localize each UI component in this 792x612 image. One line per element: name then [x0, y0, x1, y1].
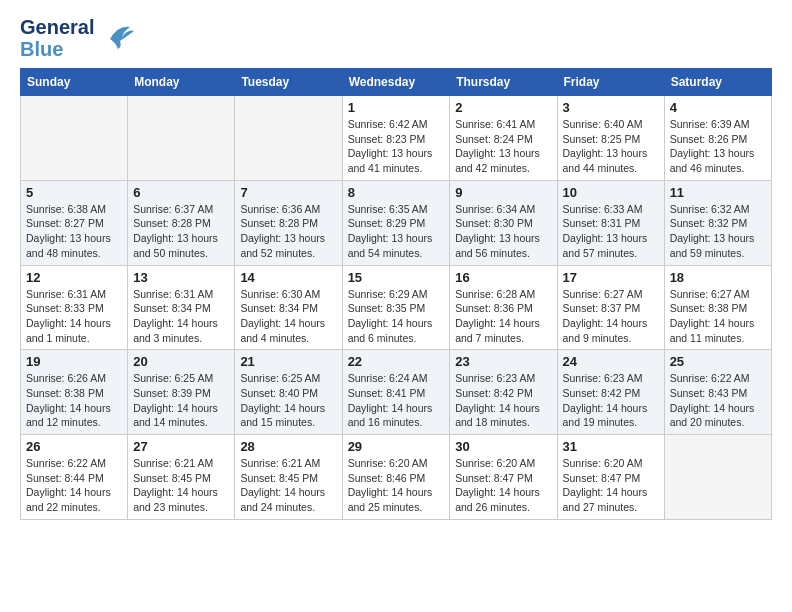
day-number: 13 [133, 270, 229, 285]
day-number: 23 [455, 354, 551, 369]
day-number: 18 [670, 270, 766, 285]
day-info: Sunrise: 6:31 AMSunset: 8:33 PMDaylight:… [26, 287, 122, 346]
calendar-header-tuesday: Tuesday [235, 69, 342, 96]
day-number: 14 [240, 270, 336, 285]
calendar-cell: 16Sunrise: 6:28 AMSunset: 8:36 PMDayligh… [450, 265, 557, 350]
day-info: Sunrise: 6:29 AMSunset: 8:35 PMDaylight:… [348, 287, 445, 346]
day-info: Sunrise: 6:21 AMSunset: 8:45 PMDaylight:… [240, 456, 336, 515]
calendar-cell [128, 96, 235, 181]
calendar-cell: 4Sunrise: 6:39 AMSunset: 8:26 PMDaylight… [664, 96, 771, 181]
day-number: 20 [133, 354, 229, 369]
day-info: Sunrise: 6:25 AMSunset: 8:40 PMDaylight:… [240, 371, 336, 430]
day-info: Sunrise: 6:22 AMSunset: 8:43 PMDaylight:… [670, 371, 766, 430]
calendar-cell: 31Sunrise: 6:20 AMSunset: 8:47 PMDayligh… [557, 435, 664, 520]
calendar-cell: 28Sunrise: 6:21 AMSunset: 8:45 PMDayligh… [235, 435, 342, 520]
calendar-cell: 30Sunrise: 6:20 AMSunset: 8:47 PMDayligh… [450, 435, 557, 520]
day-number: 10 [563, 185, 659, 200]
logo: General Blue [20, 16, 136, 60]
day-number: 15 [348, 270, 445, 285]
day-number: 27 [133, 439, 229, 454]
calendar-cell: 14Sunrise: 6:30 AMSunset: 8:34 PMDayligh… [235, 265, 342, 350]
calendar-cell: 23Sunrise: 6:23 AMSunset: 8:42 PMDayligh… [450, 350, 557, 435]
calendar-header-wednesday: Wednesday [342, 69, 450, 96]
calendar-week-row: 12Sunrise: 6:31 AMSunset: 8:33 PMDayligh… [21, 265, 772, 350]
day-number: 7 [240, 185, 336, 200]
day-number: 25 [670, 354, 766, 369]
day-info: Sunrise: 6:34 AMSunset: 8:30 PMDaylight:… [455, 202, 551, 261]
calendar-cell: 3Sunrise: 6:40 AMSunset: 8:25 PMDaylight… [557, 96, 664, 181]
page-header: General Blue [20, 16, 772, 60]
calendar-cell: 7Sunrise: 6:36 AMSunset: 8:28 PMDaylight… [235, 180, 342, 265]
day-number: 11 [670, 185, 766, 200]
calendar-cell [21, 96, 128, 181]
calendar-cell: 20Sunrise: 6:25 AMSunset: 8:39 PMDayligh… [128, 350, 235, 435]
calendar-week-row: 5Sunrise: 6:38 AMSunset: 8:27 PMDaylight… [21, 180, 772, 265]
calendar-cell: 5Sunrise: 6:38 AMSunset: 8:27 PMDaylight… [21, 180, 128, 265]
day-number: 26 [26, 439, 122, 454]
day-info: Sunrise: 6:22 AMSunset: 8:44 PMDaylight:… [26, 456, 122, 515]
day-number: 1 [348, 100, 445, 115]
calendar-cell: 21Sunrise: 6:25 AMSunset: 8:40 PMDayligh… [235, 350, 342, 435]
calendar-header-sunday: Sunday [21, 69, 128, 96]
day-number: 3 [563, 100, 659, 115]
calendar-week-row: 1Sunrise: 6:42 AMSunset: 8:23 PMDaylight… [21, 96, 772, 181]
calendar-cell: 12Sunrise: 6:31 AMSunset: 8:33 PMDayligh… [21, 265, 128, 350]
calendar-cell: 22Sunrise: 6:24 AMSunset: 8:41 PMDayligh… [342, 350, 450, 435]
day-info: Sunrise: 6:24 AMSunset: 8:41 PMDaylight:… [348, 371, 445, 430]
logo-general: General [20, 16, 94, 38]
day-number: 16 [455, 270, 551, 285]
day-info: Sunrise: 6:37 AMSunset: 8:28 PMDaylight:… [133, 202, 229, 261]
day-info: Sunrise: 6:39 AMSunset: 8:26 PMDaylight:… [670, 117, 766, 176]
calendar-cell: 15Sunrise: 6:29 AMSunset: 8:35 PMDayligh… [342, 265, 450, 350]
day-info: Sunrise: 6:40 AMSunset: 8:25 PMDaylight:… [563, 117, 659, 176]
calendar-cell: 6Sunrise: 6:37 AMSunset: 8:28 PMDaylight… [128, 180, 235, 265]
day-info: Sunrise: 6:27 AMSunset: 8:37 PMDaylight:… [563, 287, 659, 346]
calendar-header-friday: Friday [557, 69, 664, 96]
day-info: Sunrise: 6:30 AMSunset: 8:34 PMDaylight:… [240, 287, 336, 346]
calendar-cell: 10Sunrise: 6:33 AMSunset: 8:31 PMDayligh… [557, 180, 664, 265]
day-info: Sunrise: 6:33 AMSunset: 8:31 PMDaylight:… [563, 202, 659, 261]
calendar-cell: 2Sunrise: 6:41 AMSunset: 8:24 PMDaylight… [450, 96, 557, 181]
day-number: 19 [26, 354, 122, 369]
calendar-cell [235, 96, 342, 181]
day-info: Sunrise: 6:35 AMSunset: 8:29 PMDaylight:… [348, 202, 445, 261]
calendar-cell: 11Sunrise: 6:32 AMSunset: 8:32 PMDayligh… [664, 180, 771, 265]
calendar-cell: 26Sunrise: 6:22 AMSunset: 8:44 PMDayligh… [21, 435, 128, 520]
day-number: 31 [563, 439, 659, 454]
day-number: 6 [133, 185, 229, 200]
calendar-week-row: 26Sunrise: 6:22 AMSunset: 8:44 PMDayligh… [21, 435, 772, 520]
calendar-week-row: 19Sunrise: 6:26 AMSunset: 8:38 PMDayligh… [21, 350, 772, 435]
calendar-cell: 29Sunrise: 6:20 AMSunset: 8:46 PMDayligh… [342, 435, 450, 520]
calendar-table: SundayMondayTuesdayWednesdayThursdayFrid… [20, 68, 772, 520]
calendar-cell: 24Sunrise: 6:23 AMSunset: 8:42 PMDayligh… [557, 350, 664, 435]
calendar-cell: 13Sunrise: 6:31 AMSunset: 8:34 PMDayligh… [128, 265, 235, 350]
calendar-cell: 17Sunrise: 6:27 AMSunset: 8:37 PMDayligh… [557, 265, 664, 350]
calendar-cell: 19Sunrise: 6:26 AMSunset: 8:38 PMDayligh… [21, 350, 128, 435]
day-number: 8 [348, 185, 445, 200]
day-number: 9 [455, 185, 551, 200]
calendar-header-row: SundayMondayTuesdayWednesdayThursdayFrid… [21, 69, 772, 96]
day-number: 2 [455, 100, 551, 115]
day-number: 24 [563, 354, 659, 369]
day-info: Sunrise: 6:27 AMSunset: 8:38 PMDaylight:… [670, 287, 766, 346]
calendar-header-saturday: Saturday [664, 69, 771, 96]
day-number: 4 [670, 100, 766, 115]
day-info: Sunrise: 6:21 AMSunset: 8:45 PMDaylight:… [133, 456, 229, 515]
calendar-cell: 25Sunrise: 6:22 AMSunset: 8:43 PMDayligh… [664, 350, 771, 435]
day-info: Sunrise: 6:26 AMSunset: 8:38 PMDaylight:… [26, 371, 122, 430]
calendar-cell: 8Sunrise: 6:35 AMSunset: 8:29 PMDaylight… [342, 180, 450, 265]
day-number: 29 [348, 439, 445, 454]
day-info: Sunrise: 6:28 AMSunset: 8:36 PMDaylight:… [455, 287, 551, 346]
logo-blue: Blue [20, 38, 94, 60]
calendar-cell: 27Sunrise: 6:21 AMSunset: 8:45 PMDayligh… [128, 435, 235, 520]
day-info: Sunrise: 6:41 AMSunset: 8:24 PMDaylight:… [455, 117, 551, 176]
calendar-cell: 1Sunrise: 6:42 AMSunset: 8:23 PMDaylight… [342, 96, 450, 181]
day-info: Sunrise: 6:20 AMSunset: 8:47 PMDaylight:… [455, 456, 551, 515]
day-number: 12 [26, 270, 122, 285]
day-info: Sunrise: 6:32 AMSunset: 8:32 PMDaylight:… [670, 202, 766, 261]
day-info: Sunrise: 6:25 AMSunset: 8:39 PMDaylight:… [133, 371, 229, 430]
calendar-header-monday: Monday [128, 69, 235, 96]
day-number: 17 [563, 270, 659, 285]
day-number: 30 [455, 439, 551, 454]
day-info: Sunrise: 6:38 AMSunset: 8:27 PMDaylight:… [26, 202, 122, 261]
